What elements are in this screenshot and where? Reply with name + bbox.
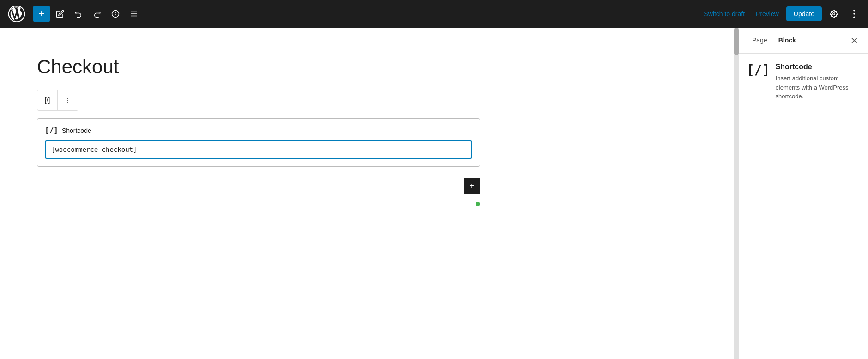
tab-block[interactable]: Block xyxy=(773,33,802,48)
block-info-title: Shortcode xyxy=(776,63,861,71)
add-block-button[interactable]: + xyxy=(33,6,50,22)
shortcode-input[interactable] xyxy=(45,140,472,159)
sidebar-tabs: Page Block xyxy=(747,33,802,48)
right-sidebar: Page Block ✕ [/] Shortcode Insert additi… xyxy=(739,28,868,359)
switch-to-draft-button[interactable]: Switch to draft xyxy=(700,7,748,20)
svg-point-9 xyxy=(853,13,855,15)
sidebar-header: Page Block ✕ xyxy=(739,28,868,54)
preview-button[interactable]: Preview xyxy=(752,7,783,20)
shortcode-block: [/] Shortcode xyxy=(37,118,480,167)
block-floating-toolbar: [/] ⋮ xyxy=(37,90,78,111)
update-button[interactable]: Update xyxy=(786,6,822,21)
edit-button[interactable] xyxy=(52,6,68,22)
editor-area: Checkout [/] ⋮ [/] Shortcode + xyxy=(0,28,734,359)
close-sidebar-button[interactable]: ✕ xyxy=(848,34,861,47)
wp-logo xyxy=(6,0,28,28)
undo-button[interactable] xyxy=(70,6,87,22)
svg-point-7 xyxy=(833,13,835,15)
shortcode-block-label: Shortcode xyxy=(62,127,91,134)
svg-point-10 xyxy=(853,16,855,18)
shortcode-block-header: [/] Shortcode xyxy=(45,126,472,135)
scrollbar-thumb[interactable] xyxy=(734,28,739,55)
main-area: Checkout [/] ⋮ [/] Shortcode + Page B xyxy=(0,28,868,359)
redo-button[interactable] xyxy=(89,6,105,22)
sidebar-content: [/] Shortcode Insert additional custom e… xyxy=(739,54,868,359)
main-toolbar: + Sw xyxy=(0,0,868,28)
block-info-description: Insert additional custom elements with a… xyxy=(776,74,861,101)
shortcode-block-icon: [/] xyxy=(45,126,58,135)
block-info: [/] Shortcode Insert additional custom e… xyxy=(747,63,861,101)
info-button[interactable] xyxy=(107,6,124,22)
toolbar-right: Switch to draft Preview Update xyxy=(700,6,862,22)
block-options-button[interactable]: ⋮ xyxy=(58,90,78,110)
more-options-button[interactable] xyxy=(846,6,862,22)
block-info-text: Shortcode Insert additional custom eleme… xyxy=(776,63,861,101)
publish-status-dot xyxy=(476,202,480,206)
add-block-below-button[interactable]: + xyxy=(464,178,480,194)
list-view-button[interactable] xyxy=(126,6,142,22)
tab-page[interactable]: Page xyxy=(747,33,773,48)
page-title: Checkout xyxy=(37,55,697,78)
shortcode-icon-button[interactable]: [/] xyxy=(37,90,58,110)
settings-button[interactable] xyxy=(826,6,842,22)
block-info-icon: [/] xyxy=(747,63,770,77)
svg-point-8 xyxy=(853,10,855,12)
scrollbar-track[interactable] xyxy=(734,28,739,359)
